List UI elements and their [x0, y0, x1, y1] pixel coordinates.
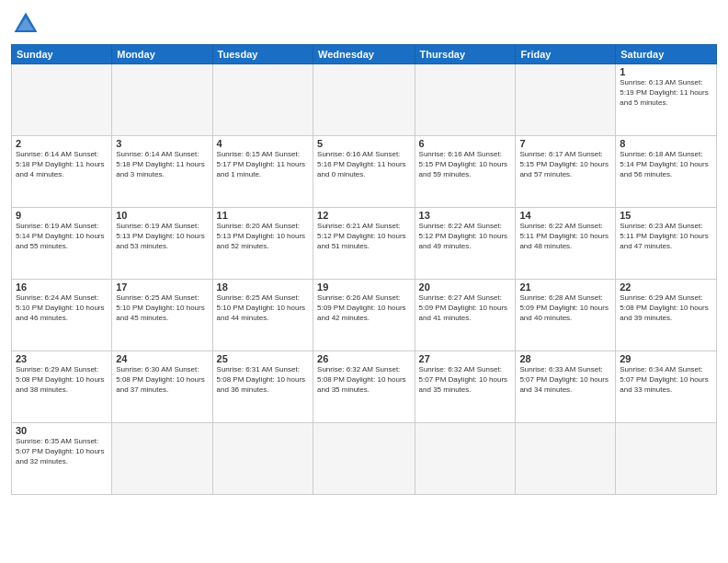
day-info: Sunrise: 6:13 AM Sunset: 5:19 PM Dayligh…	[620, 78, 712, 108]
day-info: Sunrise: 6:16 AM Sunset: 5:15 PM Dayligh…	[419, 150, 512, 179]
header	[11, 9, 717, 39]
day-info: Sunrise: 6:33 AM Sunset: 5:07 PM Dayligh…	[519, 365, 611, 395]
calendar-cell: 16Sunrise: 6:24 AM Sunset: 5:10 PM Dayli…	[12, 280, 112, 351]
day-number: 1	[620, 66, 712, 77]
day-number: 28	[519, 353, 611, 364]
day-number: 4	[217, 138, 309, 149]
calendar-cell: 2Sunrise: 6:14 AM Sunset: 5:18 PM Daylig…	[12, 136, 112, 208]
day-info: Sunrise: 6:35 AM Sunset: 5:07 PM Dayligh…	[16, 437, 108, 466]
day-number: 7	[519, 138, 611, 149]
day-number: 22	[620, 282, 712, 293]
calendar-header-friday: Friday	[516, 45, 616, 64]
calendar-cell: 21Sunrise: 6:28 AM Sunset: 5:09 PM Dayli…	[516, 280, 616, 351]
calendar-cell: 29Sunrise: 6:34 AM Sunset: 5:07 PM Dayli…	[616, 351, 717, 423]
day-number: 9	[16, 210, 108, 221]
calendar-cell	[212, 423, 313, 495]
day-info: Sunrise: 6:15 AM Sunset: 5:17 PM Dayligh…	[217, 150, 309, 179]
day-number: 17	[116, 282, 208, 293]
calendar-cell	[12, 64, 112, 136]
day-number: 2	[16, 138, 108, 149]
day-number: 12	[317, 210, 411, 221]
logo-icon	[11, 9, 40, 39]
day-number: 29	[620, 353, 712, 364]
calendar-cell: 27Sunrise: 6:32 AM Sunset: 5:07 PM Dayli…	[415, 351, 516, 423]
calendar-cell: 1Sunrise: 6:13 AM Sunset: 5:19 PM Daylig…	[616, 64, 717, 136]
calendar-cell: 15Sunrise: 6:23 AM Sunset: 5:11 PM Dayli…	[616, 208, 717, 280]
calendar-cell	[112, 64, 212, 136]
day-number: 5	[317, 138, 411, 149]
day-number: 10	[116, 210, 208, 221]
logo	[11, 9, 44, 39]
day-info: Sunrise: 6:25 AM Sunset: 5:10 PM Dayligh…	[116, 293, 208, 323]
day-info: Sunrise: 6:16 AM Sunset: 5:16 PM Dayligh…	[317, 150, 411, 179]
day-number: 30	[16, 425, 108, 436]
calendar-header-saturday: Saturday	[616, 45, 717, 64]
calendar-cell: 4Sunrise: 6:15 AM Sunset: 5:17 PM Daylig…	[212, 136, 313, 208]
day-number: 24	[116, 353, 208, 364]
calendar-cell	[415, 64, 516, 136]
day-info: Sunrise: 6:14 AM Sunset: 5:18 PM Dayligh…	[116, 150, 208, 179]
calendar-cell: 20Sunrise: 6:27 AM Sunset: 5:09 PM Dayli…	[415, 280, 516, 351]
calendar-header-monday: Monday	[112, 45, 212, 64]
calendar-cell: 3Sunrise: 6:14 AM Sunset: 5:18 PM Daylig…	[112, 136, 212, 208]
day-info: Sunrise: 6:29 AM Sunset: 5:08 PM Dayligh…	[16, 365, 108, 395]
day-info: Sunrise: 6:31 AM Sunset: 5:08 PM Dayligh…	[217, 365, 309, 395]
calendar-table: SundayMondayTuesdayWednesdayThursdayFrid…	[11, 44, 717, 495]
calendar-cell: 30Sunrise: 6:35 AM Sunset: 5:07 PM Dayli…	[12, 423, 112, 495]
calendar-week-0: 1Sunrise: 6:13 AM Sunset: 5:19 PM Daylig…	[12, 64, 717, 136]
calendar-cell: 28Sunrise: 6:33 AM Sunset: 5:07 PM Dayli…	[516, 351, 616, 423]
calendar-cell: 22Sunrise: 6:29 AM Sunset: 5:08 PM Dayli…	[616, 280, 717, 351]
calendar-cell: 25Sunrise: 6:31 AM Sunset: 5:08 PM Dayli…	[212, 351, 313, 423]
day-number: 27	[419, 353, 512, 364]
day-info: Sunrise: 6:19 AM Sunset: 5:14 PM Dayligh…	[16, 222, 108, 251]
calendar-cell	[516, 423, 616, 495]
day-number: 15	[620, 210, 712, 221]
calendar-cell: 13Sunrise: 6:22 AM Sunset: 5:12 PM Dayli…	[415, 208, 516, 280]
day-info: Sunrise: 6:30 AM Sunset: 5:08 PM Dayligh…	[116, 365, 208, 395]
day-info: Sunrise: 6:18 AM Sunset: 5:14 PM Dayligh…	[620, 150, 712, 179]
day-info: Sunrise: 6:28 AM Sunset: 5:09 PM Dayligh…	[519, 293, 611, 323]
day-number: 26	[317, 353, 411, 364]
calendar-cell: 26Sunrise: 6:32 AM Sunset: 5:08 PM Dayli…	[313, 351, 415, 423]
calendar-week-1: 2Sunrise: 6:14 AM Sunset: 5:18 PM Daylig…	[12, 136, 717, 208]
day-number: 19	[317, 282, 411, 293]
day-info: Sunrise: 6:29 AM Sunset: 5:08 PM Dayligh…	[620, 293, 712, 323]
day-info: Sunrise: 6:25 AM Sunset: 5:10 PM Dayligh…	[217, 293, 309, 323]
calendar-cell: 12Sunrise: 6:21 AM Sunset: 5:12 PM Dayli…	[313, 208, 415, 280]
day-number: 14	[519, 210, 611, 221]
day-number: 6	[419, 138, 512, 149]
day-info: Sunrise: 6:32 AM Sunset: 5:07 PM Dayligh…	[419, 365, 512, 395]
calendar-week-2: 9Sunrise: 6:19 AM Sunset: 5:14 PM Daylig…	[12, 208, 717, 280]
calendar-cell	[313, 423, 415, 495]
calendar-cell	[212, 64, 313, 136]
calendar-cell: 24Sunrise: 6:30 AM Sunset: 5:08 PM Dayli…	[112, 351, 212, 423]
day-number: 20	[419, 282, 512, 293]
calendar-cell	[516, 64, 616, 136]
calendar-cell: 6Sunrise: 6:16 AM Sunset: 5:15 PM Daylig…	[415, 136, 516, 208]
calendar-week-4: 23Sunrise: 6:29 AM Sunset: 5:08 PM Dayli…	[12, 351, 717, 423]
day-info: Sunrise: 6:34 AM Sunset: 5:07 PM Dayligh…	[620, 365, 712, 395]
day-info: Sunrise: 6:26 AM Sunset: 5:09 PM Dayligh…	[317, 293, 411, 323]
day-info: Sunrise: 6:22 AM Sunset: 5:11 PM Dayligh…	[519, 222, 611, 251]
calendar-cell: 23Sunrise: 6:29 AM Sunset: 5:08 PM Dayli…	[12, 351, 112, 423]
calendar-header-wednesday: Wednesday	[313, 45, 415, 64]
calendar-cell: 17Sunrise: 6:25 AM Sunset: 5:10 PM Dayli…	[112, 280, 212, 351]
day-info: Sunrise: 6:21 AM Sunset: 5:12 PM Dayligh…	[317, 222, 411, 251]
calendar-header-sunday: Sunday	[12, 45, 112, 64]
day-number: 25	[217, 353, 309, 364]
calendar-cell	[415, 423, 516, 495]
calendar-cell	[313, 64, 415, 136]
calendar-header-tuesday: Tuesday	[212, 45, 313, 64]
day-info: Sunrise: 6:23 AM Sunset: 5:11 PM Dayligh…	[620, 222, 712, 251]
calendar-cell: 19Sunrise: 6:26 AM Sunset: 5:09 PM Dayli…	[313, 280, 415, 351]
calendar-week-3: 16Sunrise: 6:24 AM Sunset: 5:10 PM Dayli…	[12, 280, 717, 351]
day-number: 21	[519, 282, 611, 293]
calendar-header-thursday: Thursday	[415, 45, 516, 64]
day-info: Sunrise: 6:32 AM Sunset: 5:08 PM Dayligh…	[317, 365, 411, 395]
day-info: Sunrise: 6:19 AM Sunset: 5:13 PM Dayligh…	[116, 222, 208, 251]
day-info: Sunrise: 6:27 AM Sunset: 5:09 PM Dayligh…	[419, 293, 512, 323]
calendar-cell	[616, 423, 717, 495]
calendar-cell: 9Sunrise: 6:19 AM Sunset: 5:14 PM Daylig…	[12, 208, 112, 280]
calendar-week-5: 30Sunrise: 6:35 AM Sunset: 5:07 PM Dayli…	[12, 423, 717, 495]
day-number: 23	[16, 353, 108, 364]
